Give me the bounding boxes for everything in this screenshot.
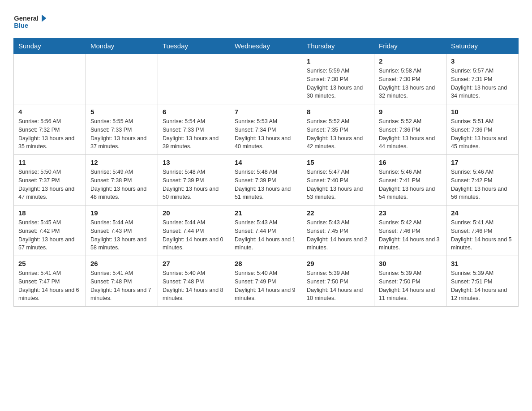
day-number: 24 (451, 209, 514, 217)
calendar-cell: 18Sunrise: 5:45 AMSunset: 7:42 PMDayligh… (14, 206, 86, 256)
day-info: Sunrise: 5:41 AMSunset: 7:47 PMDaylight:… (18, 269, 81, 303)
calendar-week-3: 11Sunrise: 5:50 AMSunset: 7:37 PMDayligh… (14, 155, 519, 206)
weekday-header-wednesday: Wednesday (230, 39, 302, 54)
day-info: Sunrise: 5:59 AMSunset: 7:30 PMDaylight:… (307, 67, 369, 100)
day-info: Sunrise: 5:46 AMSunset: 7:42 PMDaylight:… (451, 168, 514, 201)
day-info: Sunrise: 5:55 AMSunset: 7:33 PMDaylight:… (90, 117, 153, 151)
day-info: Sunrise: 5:50 AMSunset: 7:37 PMDaylight:… (18, 168, 81, 201)
day-number: 1 (307, 57, 369, 65)
calendar-cell: 24Sunrise: 5:41 AMSunset: 7:46 PMDayligh… (446, 206, 519, 256)
calendar-cell (86, 54, 158, 104)
day-number: 4 (18, 108, 81, 116)
day-number: 21 (235, 209, 297, 217)
day-info: Sunrise: 5:39 AMSunset: 7:51 PMDaylight:… (451, 269, 514, 303)
calendar-cell: 13Sunrise: 5:48 AMSunset: 7:39 PMDayligh… (158, 155, 230, 206)
day-info: Sunrise: 5:48 AMSunset: 7:39 PMDaylight:… (163, 168, 225, 201)
day-number: 7 (235, 108, 297, 116)
day-info: Sunrise: 5:44 AMSunset: 7:43 PMDaylight:… (90, 218, 153, 252)
day-number: 29 (307, 260, 369, 267)
day-number: 2 (379, 57, 442, 65)
day-number: 17 (451, 158, 514, 166)
weekday-header-friday: Friday (374, 39, 446, 54)
calendar-cell: 8Sunrise: 5:52 AMSunset: 7:35 PMDaylight… (302, 104, 374, 155)
day-info: Sunrise: 5:56 AMSunset: 7:32 PMDaylight:… (18, 117, 81, 151)
calendar-cell: 14Sunrise: 5:48 AMSunset: 7:39 PMDayligh… (230, 155, 302, 206)
day-info: Sunrise: 5:52 AMSunset: 7:36 PMDaylight:… (379, 117, 442, 151)
calendar-cell: 22Sunrise: 5:43 AMSunset: 7:45 PMDayligh… (302, 206, 374, 256)
calendar-week-4: 18Sunrise: 5:45 AMSunset: 7:42 PMDayligh… (14, 206, 519, 256)
calendar-cell (158, 54, 230, 104)
day-info: Sunrise: 5:52 AMSunset: 7:35 PMDaylight:… (307, 117, 369, 151)
day-number: 16 (379, 158, 442, 166)
calendar-cell (14, 54, 86, 104)
calendar-cell: 26Sunrise: 5:41 AMSunset: 7:48 PMDayligh… (86, 256, 158, 307)
calendar-cell: 28Sunrise: 5:40 AMSunset: 7:49 PMDayligh… (230, 256, 302, 307)
day-number: 22 (307, 209, 369, 217)
calendar-cell: 21Sunrise: 5:43 AMSunset: 7:44 PMDayligh… (230, 206, 302, 256)
day-info: Sunrise: 5:47 AMSunset: 7:40 PMDaylight:… (307, 168, 369, 201)
day-info: Sunrise: 5:42 AMSunset: 7:46 PMDaylight:… (379, 218, 442, 252)
page-header: General Blue (13, 9, 519, 34)
day-info: Sunrise: 5:53 AMSunset: 7:34 PMDaylight:… (235, 117, 297, 151)
calendar-cell: 9Sunrise: 5:52 AMSunset: 7:36 PMDaylight… (374, 104, 446, 155)
calendar-cell: 19Sunrise: 5:44 AMSunset: 7:43 PMDayligh… (86, 206, 158, 256)
calendar-cell: 3Sunrise: 5:57 AMSunset: 7:31 PMDaylight… (446, 54, 519, 104)
svg-text:Blue: Blue (14, 22, 28, 29)
day-info: Sunrise: 5:39 AMSunset: 7:50 PMDaylight:… (379, 269, 442, 303)
day-info: Sunrise: 5:57 AMSunset: 7:31 PMDaylight:… (451, 67, 514, 100)
day-number: 10 (451, 108, 514, 116)
day-number: 27 (163, 260, 225, 267)
day-info: Sunrise: 5:58 AMSunset: 7:30 PMDaylight:… (379, 67, 442, 100)
logo[interactable]: General Blue (13, 9, 49, 34)
calendar-cell: 5Sunrise: 5:55 AMSunset: 7:33 PMDaylight… (86, 104, 158, 155)
day-info: Sunrise: 5:40 AMSunset: 7:49 PMDaylight:… (235, 269, 297, 303)
calendar-header-row: SundayMondayTuesdayWednesdayThursdayFrid… (14, 39, 519, 54)
day-info: Sunrise: 5:41 AMSunset: 7:48 PMDaylight:… (90, 269, 153, 303)
day-number: 14 (235, 158, 297, 166)
calendar-cell: 17Sunrise: 5:46 AMSunset: 7:42 PMDayligh… (446, 155, 519, 206)
day-number: 25 (18, 260, 81, 267)
calendar-cell: 12Sunrise: 5:49 AMSunset: 7:38 PMDayligh… (86, 155, 158, 206)
day-info: Sunrise: 5:40 AMSunset: 7:48 PMDaylight:… (163, 269, 225, 303)
weekday-header-thursday: Thursday (302, 39, 374, 54)
day-number: 11 (18, 158, 81, 166)
day-number: 30 (379, 260, 442, 267)
day-number: 12 (90, 158, 153, 166)
day-number: 19 (90, 209, 153, 217)
weekday-header-tuesday: Tuesday (158, 39, 230, 54)
day-info: Sunrise: 5:49 AMSunset: 7:38 PMDaylight:… (90, 168, 153, 201)
day-number: 18 (18, 209, 81, 217)
day-info: Sunrise: 5:43 AMSunset: 7:45 PMDaylight:… (307, 218, 369, 252)
logo-svg: General Blue (13, 9, 49, 34)
day-number: 31 (451, 260, 514, 267)
svg-text:General: General (14, 15, 39, 22)
day-info: Sunrise: 5:48 AMSunset: 7:39 PMDaylight:… (235, 168, 297, 201)
calendar-cell: 2Sunrise: 5:58 AMSunset: 7:30 PMDaylight… (374, 54, 446, 104)
calendar-cell: 31Sunrise: 5:39 AMSunset: 7:51 PMDayligh… (446, 256, 519, 307)
calendar-cell: 7Sunrise: 5:53 AMSunset: 7:34 PMDaylight… (230, 104, 302, 155)
calendar-cell: 6Sunrise: 5:54 AMSunset: 7:33 PMDaylight… (158, 104, 230, 155)
day-info: Sunrise: 5:41 AMSunset: 7:46 PMDaylight:… (451, 218, 514, 252)
calendar-cell: 30Sunrise: 5:39 AMSunset: 7:50 PMDayligh… (374, 256, 446, 307)
weekday-header-saturday: Saturday (446, 39, 519, 54)
calendar-week-5: 25Sunrise: 5:41 AMSunset: 7:47 PMDayligh… (14, 256, 519, 307)
svg-marker-1 (42, 15, 46, 22)
day-info: Sunrise: 5:39 AMSunset: 7:50 PMDaylight:… (307, 269, 369, 303)
weekday-header-monday: Monday (86, 39, 158, 54)
day-info: Sunrise: 5:46 AMSunset: 7:41 PMDaylight:… (379, 168, 442, 201)
calendar-table: SundayMondayTuesdayWednesdayThursdayFrid… (13, 38, 519, 307)
day-number: 5 (90, 108, 153, 116)
day-info: Sunrise: 5:43 AMSunset: 7:44 PMDaylight:… (235, 218, 297, 252)
calendar-cell: 11Sunrise: 5:50 AMSunset: 7:37 PMDayligh… (14, 155, 86, 206)
calendar-week-1: 1Sunrise: 5:59 AMSunset: 7:30 PMDaylight… (14, 54, 519, 104)
calendar-week-2: 4Sunrise: 5:56 AMSunset: 7:32 PMDaylight… (14, 104, 519, 155)
day-number: 23 (379, 209, 442, 217)
day-number: 8 (307, 108, 369, 116)
day-info: Sunrise: 5:45 AMSunset: 7:42 PMDaylight:… (18, 218, 81, 252)
day-number: 20 (163, 209, 225, 217)
calendar-cell: 1Sunrise: 5:59 AMSunset: 7:30 PMDaylight… (302, 54, 374, 104)
weekday-header-sunday: Sunday (14, 39, 86, 54)
day-number: 3 (451, 57, 514, 65)
calendar-cell (230, 54, 302, 104)
calendar-cell: 23Sunrise: 5:42 AMSunset: 7:46 PMDayligh… (374, 206, 446, 256)
